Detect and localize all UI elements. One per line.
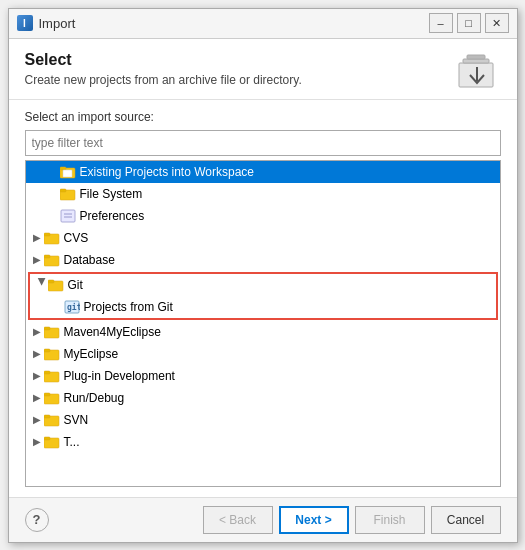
- git-highlight-box: ▶ Git git: [28, 272, 498, 320]
- svg-rect-1: [463, 59, 489, 63]
- import-dialog: I Import – □ ✕ Select Create new project…: [8, 8, 518, 543]
- tree-item-preferences[interactable]: Preferences: [26, 205, 500, 227]
- minimize-button[interactable]: –: [429, 13, 453, 33]
- folder-svn-icon: [44, 412, 60, 428]
- back-button[interactable]: < Back: [203, 506, 273, 534]
- header-subtitle: Create new projects from an archive file…: [25, 73, 453, 87]
- svg-rect-9: [60, 189, 66, 192]
- git-item-icon: git: [64, 299, 80, 315]
- folder-cvs-icon: [44, 230, 60, 246]
- dialog-footer: ? < Back Next > Finish Cancel: [9, 497, 517, 542]
- svg-rect-24: [44, 349, 50, 352]
- help-button[interactable]: ?: [25, 508, 49, 532]
- svg-rect-28: [44, 393, 50, 396]
- git-label: Git: [68, 278, 83, 292]
- expand-git-icon: ▶: [34, 278, 48, 292]
- svg-rect-7: [63, 170, 72, 177]
- tree-item-git[interactable]: ▶ Git: [30, 274, 496, 296]
- preferences-label: Preferences: [80, 209, 145, 223]
- folder-git-icon: [48, 277, 64, 293]
- expand-t-icon: ▶: [30, 435, 44, 449]
- content-section: Select an import source: Existing Projec…: [9, 100, 517, 497]
- folder-myeclipse-icon: [44, 346, 60, 362]
- header-section: Select Create new projects from an archi…: [9, 39, 517, 100]
- next-button[interactable]: Next >: [279, 506, 349, 534]
- svg-rect-6: [60, 167, 66, 170]
- svg-rect-14: [44, 233, 50, 236]
- tree-item-cvs[interactable]: ▶ CVS: [26, 227, 500, 249]
- window-controls: – □ ✕: [429, 13, 509, 33]
- svn-label: SVN: [64, 413, 89, 427]
- folder-database-icon: [44, 252, 60, 268]
- svg-rect-22: [44, 327, 50, 330]
- tree-item-projects-from-git[interactable]: git Projects from Git: [30, 296, 496, 318]
- svg-rect-2: [467, 55, 485, 59]
- preferences-icon: [60, 208, 76, 224]
- folder-plugin-icon: [44, 368, 60, 384]
- tree-item-run-debug[interactable]: ▶ Run/Debug: [26, 387, 500, 409]
- svg-rect-18: [48, 280, 54, 283]
- app-icon: I: [17, 15, 33, 31]
- myeclipse-label: MyEclipse: [64, 347, 119, 361]
- window-title: Import: [39, 16, 429, 31]
- run-debug-label: Run/Debug: [64, 391, 125, 405]
- svg-rect-32: [44, 437, 50, 440]
- folder-run-debug-icon: [44, 390, 60, 406]
- finish-button[interactable]: Finish: [355, 506, 425, 534]
- expand-cvs-icon: ▶: [30, 231, 44, 245]
- import-archive-icon: [457, 53, 497, 89]
- projects-from-git-label: Projects from Git: [84, 300, 173, 314]
- folder-filesystem-icon: [60, 186, 76, 202]
- tree-item-plugin[interactable]: ▶ Plug-in Development: [26, 365, 500, 387]
- filter-label: Select an import source:: [25, 110, 501, 124]
- title-bar: I Import – □ ✕: [9, 9, 517, 39]
- expand-maven-icon: ▶: [30, 325, 44, 339]
- header-text: Select Create new projects from an archi…: [25, 51, 453, 87]
- tree-item-database[interactable]: ▶ Database: [26, 249, 500, 271]
- expand-plugin-icon: ▶: [30, 369, 44, 383]
- svg-text:git: git: [67, 302, 80, 312]
- tree-item-t[interactable]: ▶ T...: [26, 431, 500, 453]
- plugin-label: Plug-in Development: [64, 369, 175, 383]
- footer-buttons: < Back Next > Finish Cancel: [203, 506, 501, 534]
- expand-database-icon: ▶: [30, 253, 44, 267]
- database-label: Database: [64, 253, 115, 267]
- svg-rect-30: [44, 415, 50, 418]
- maven-label: Maven4MyEclipse: [64, 325, 161, 339]
- svg-rect-26: [44, 371, 50, 374]
- tree-item-myeclipse[interactable]: ▶ MyEclipse: [26, 343, 500, 365]
- expand-run-debug-icon: ▶: [30, 391, 44, 405]
- tree-item-file-system[interactable]: File System: [26, 183, 500, 205]
- filter-input[interactable]: [25, 130, 501, 156]
- close-button[interactable]: ✕: [485, 13, 509, 33]
- maximize-button[interactable]: □: [457, 13, 481, 33]
- tree-item-svn[interactable]: ▶ SVN: [26, 409, 500, 431]
- tree-item-maven[interactable]: ▶ Maven4MyEclipse: [26, 321, 500, 343]
- folder-maven-icon: [44, 324, 60, 340]
- header-title: Select: [25, 51, 453, 69]
- header-icon: [453, 51, 501, 91]
- expand-myeclipse-icon: ▶: [30, 347, 44, 361]
- svg-rect-10: [61, 210, 75, 222]
- cvs-label: CVS: [64, 231, 89, 245]
- folder-t-icon: [44, 434, 60, 450]
- existing-projects-label: Existing Projects into Workspace: [80, 165, 255, 179]
- file-system-label: File System: [80, 187, 143, 201]
- expand-svn-icon: ▶: [30, 413, 44, 427]
- folder-workspace-icon: [60, 164, 76, 180]
- cancel-button[interactable]: Cancel: [431, 506, 501, 534]
- tree-item-existing-projects[interactable]: Existing Projects into Workspace: [26, 161, 500, 183]
- svg-rect-16: [44, 255, 50, 258]
- import-source-tree[interactable]: Existing Projects into Workspace File Sy…: [25, 160, 501, 487]
- t-label: T...: [64, 435, 80, 449]
